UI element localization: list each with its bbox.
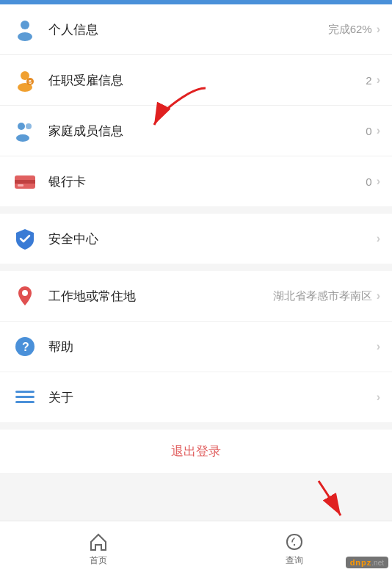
- watermark: dnpz .net: [346, 557, 388, 568]
- logout-button[interactable]: 退出登录: [171, 443, 221, 460]
- nav-item-home[interactable]: 首页: [0, 527, 196, 567]
- svg-point-0: [21, 21, 29, 29]
- employment-info-label: 任职受雇信息: [48, 72, 366, 89]
- chevron-icon: ›: [377, 23, 380, 36]
- family-icon: [12, 117, 38, 144]
- menu-section-3: 工作地或常住地 湖北省孝感市孝南区 › ? 帮助 › 关于 ›: [0, 271, 392, 422]
- menu-item-work-location[interactable]: 工作地或常住地 湖北省孝感市孝南区 ›: [0, 271, 392, 322]
- query-icon: [284, 532, 305, 552]
- help-icon: ?: [12, 333, 38, 360]
- chevron-icon: ›: [377, 232, 380, 245]
- family-info-label: 家庭成员信息: [48, 123, 366, 140]
- bank-card-value: 0: [366, 175, 371, 188]
- personal-info-value: 完成62%: [328, 23, 372, 37]
- menu-section-2: 安全中心 ›: [0, 214, 392, 264]
- help-label: 帮助: [48, 339, 372, 355]
- chevron-icon: ›: [377, 124, 380, 137]
- bank-card-label: 银行卡: [48, 173, 366, 190]
- chevron-icon: ›: [377, 289, 380, 303]
- svg-rect-17: [15, 401, 35, 403]
- work-location-value: 湖北省孝感市孝南区: [273, 289, 372, 303]
- menu-item-bank-card[interactable]: 银行卡 0 ›: [0, 156, 392, 206]
- logout-section: 退出登录: [0, 430, 392, 473]
- employment-info-value: 2: [366, 74, 371, 87]
- chevron-icon: ›: [377, 340, 380, 353]
- menu-item-about[interactable]: 关于 ›: [0, 372, 392, 422]
- menu-item-personal-info[interactable]: 个人信息 完成62% ›: [0, 4, 392, 55]
- svg-rect-11: [18, 184, 23, 187]
- shield-icon: [12, 225, 38, 252]
- svg-point-12: [22, 290, 28, 296]
- watermark-domain: .net: [371, 559, 384, 567]
- about-label: 关于: [48, 389, 372, 406]
- personal-info-label: 个人信息: [48, 21, 328, 38]
- security-label: 安全中心: [48, 231, 372, 247]
- svg-point-19: [293, 543, 294, 545]
- person-icon: [12, 16, 38, 43]
- chevron-icon: ›: [377, 73, 380, 87]
- menu-section-1: 个人信息 完成62% › $ 任职受雇信息 2 › 家庭成员信息 0 ›: [0, 4, 392, 206]
- bottom-nav: 首页 查询 dnpz .net: [0, 521, 392, 572]
- svg-text:?: ?: [22, 341, 29, 353]
- watermark-brand: dnpz: [350, 558, 372, 567]
- about-icon: [12, 384, 38, 410]
- work-location-label: 工作地或常住地: [48, 288, 273, 305]
- query-nav-label: 查询: [286, 554, 303, 567]
- svg-text:$: $: [29, 79, 32, 85]
- bank-icon: [12, 168, 38, 195]
- svg-rect-15: [15, 391, 35, 393]
- svg-point-6: [18, 123, 25, 130]
- menu-item-help[interactable]: ? 帮助 ›: [0, 322, 392, 372]
- menu-item-family-info[interactable]: 家庭成员信息 0 ›: [0, 106, 392, 156]
- annotation-arrow-2: [304, 477, 348, 524]
- chevron-icon: ›: [377, 175, 380, 188]
- svg-rect-10: [15, 180, 35, 184]
- family-info-value: 0: [366, 125, 371, 137]
- chevron-icon: ›: [377, 391, 380, 404]
- svg-point-1: [18, 32, 32, 41]
- home-icon: [88, 532, 109, 552]
- home-nav-label: 首页: [90, 554, 107, 567]
- menu-item-employment-info[interactable]: $ 任职受雇信息 2 ›: [0, 55, 392, 106]
- svg-point-7: [26, 123, 32, 129]
- svg-point-8: [16, 134, 29, 142]
- menu-item-security[interactable]: 安全中心 ›: [0, 214, 392, 264]
- employ-icon: $: [12, 67, 38, 93]
- svg-rect-16: [15, 396, 35, 398]
- location-icon: [12, 283, 38, 309]
